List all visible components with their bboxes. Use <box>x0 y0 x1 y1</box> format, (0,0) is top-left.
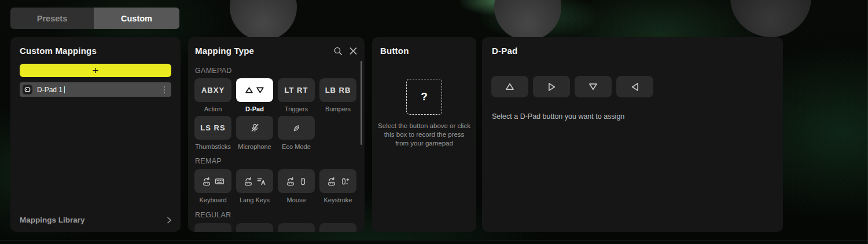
keystroke-icon <box>340 177 350 186</box>
tile-triggers[interactable]: LT RT <box>278 78 315 102</box>
close-icon[interactable] <box>349 46 358 56</box>
tile-action[interactable]: ABXY <box>194 78 231 102</box>
tile-keystroke[interactable] <box>319 169 356 193</box>
view-tabs: Presets Custom <box>10 8 179 29</box>
section-regular-label: REGULAR <box>195 211 231 219</box>
tile-triggers-label: Triggers <box>273 105 319 112</box>
tile-mouse[interactable] <box>278 169 315 193</box>
background-thumbstick-left <box>230 0 297 41</box>
tile-eco-mode[interactable] <box>278 116 315 140</box>
eco-leaf-icon <box>292 123 301 133</box>
background-thumbstick-right <box>494 0 561 41</box>
triangle-left-icon <box>631 82 639 92</box>
tile-eco-mode-label: Eco Mode <box>273 143 319 150</box>
custom-mappings-title: Custom Mappings <box>20 46 97 56</box>
search-icon[interactable] <box>333 46 343 56</box>
dpad-panel: D-Pad Select a D-Pad button you want to … <box>482 37 783 232</box>
button-panel-hint: Select the button above or click this bo… <box>377 122 471 148</box>
tile-lang-keys-label: Lang Keys <box>231 196 278 203</box>
tile-dpad[interactable] <box>236 78 273 102</box>
triangle-right-icon <box>548 82 556 92</box>
microphone-muted-icon <box>250 123 260 133</box>
remap-gamepad-icon <box>244 177 253 186</box>
language-keys-icon <box>256 176 266 186</box>
mapping-type-panel: Mapping Type GAMEPAD ABXY LT RT LB RB Ac… <box>188 37 365 232</box>
tile-lang-keys[interactable] <box>236 169 273 193</box>
dpad-right-button[interactable] <box>533 76 570 97</box>
tile-keystroke-label: Keystroke <box>315 196 361 203</box>
tile-mouse-label: Mouse <box>273 196 319 203</box>
tile-microphone-label: Microphone <box>231 143 278 150</box>
tile-thumbsticks[interactable]: LS RS <box>194 116 231 140</box>
tile-regular-3[interactable] <box>278 223 315 232</box>
dpad-left-button[interactable] <box>616 76 653 97</box>
mapping-list-item-dpad1[interactable]: D-Pad 1 <box>20 82 171 97</box>
tab-custom[interactable]: Custom <box>94 8 179 29</box>
tile-action-label: Action <box>190 105 236 112</box>
tile-regular-1[interactable] <box>194 223 231 232</box>
section-remap-label: REMAP <box>195 157 222 165</box>
gamepad-icon <box>23 85 32 94</box>
dpad-down-button[interactable] <box>575 76 612 97</box>
mapping-item-name: D-Pad 1 <box>37 86 62 94</box>
record-button-box[interactable]: ? <box>406 79 442 115</box>
section-gamepad-label: GAMEPAD <box>195 67 232 75</box>
mapping-type-title: Mapping Type <box>195 46 254 56</box>
dpad-up-button[interactable] <box>491 76 528 97</box>
custom-mappings-panel: Custom Mappings + D-Pad 1 Mappings Libra… <box>10 37 181 232</box>
tile-thumbsticks-label: Thumbsticks <box>190 143 236 150</box>
mapping-type-scrollbar[interactable] <box>361 61 362 145</box>
mouse-icon <box>299 177 307 186</box>
tile-keyboard-label: Keyboard <box>190 196 236 203</box>
triangle-down-icon <box>589 83 598 90</box>
remap-gamepad-icon <box>286 177 295 186</box>
triangle-up-icon <box>505 83 514 90</box>
button-panel-title: Button <box>380 46 409 56</box>
tile-microphone[interactable] <box>236 116 273 140</box>
tab-presets[interactable]: Presets <box>10 8 94 29</box>
keyboard-icon <box>215 176 225 186</box>
tile-bumpers[interactable]: LB RB <box>319 78 356 102</box>
remap-gamepad-icon <box>327 177 336 186</box>
bottom-divider <box>0 240 868 244</box>
dpad-down-icon <box>256 87 264 93</box>
dpad-panel-hint: Select a D-Pad button you want to assign <box>492 112 624 121</box>
dpad-panel-title: D-Pad <box>492 46 517 56</box>
tile-regular-4[interactable] <box>319 223 356 232</box>
add-mapping-button[interactable]: + <box>20 64 171 77</box>
tile-regular-2[interactable] <box>236 223 273 232</box>
button-panel: Button ? Select the button above or clic… <box>372 37 476 232</box>
mappings-library-row[interactable]: Mappings Library <box>20 216 172 224</box>
background-button-circle <box>730 0 811 37</box>
tile-bumpers-label: Bumpers <box>315 105 361 112</box>
text-caret <box>64 86 65 93</box>
tile-keyboard[interactable] <box>194 169 231 193</box>
chevron-right-icon <box>166 217 172 224</box>
tile-dpad-label: D-Pad <box>231 105 278 112</box>
remap-gamepad-icon <box>202 177 211 186</box>
dpad-up-icon <box>245 87 253 93</box>
kebab-menu-icon[interactable] <box>162 85 167 95</box>
mappings-library-label: Mappings Library <box>20 216 85 224</box>
